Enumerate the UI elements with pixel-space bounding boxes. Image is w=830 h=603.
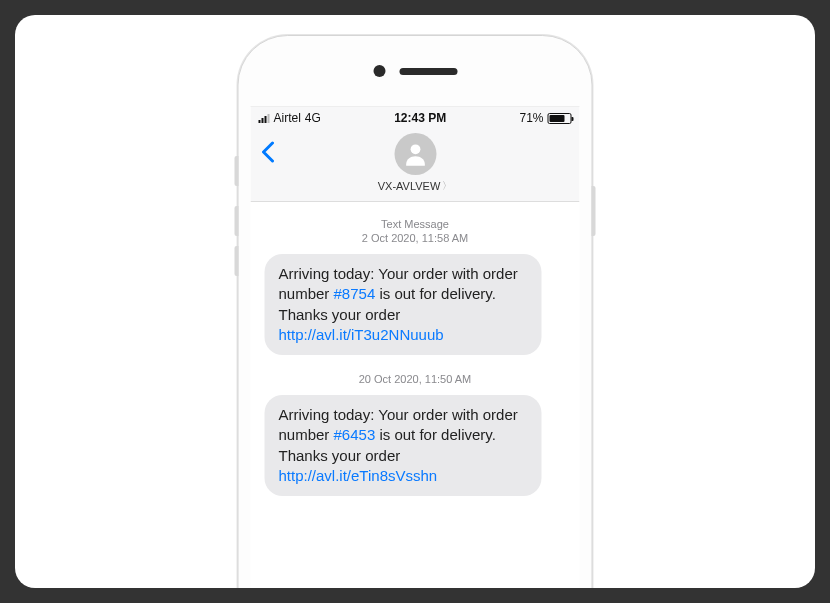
svg-point-0 — [410, 144, 420, 154]
tracking-url[interactable]: http://avl.it/eTin8sVsshn — [279, 467, 438, 484]
phone-notch — [239, 36, 592, 106]
message-bubble[interactable]: Arriving today: Your order with order nu… — [265, 254, 542, 355]
chevron-left-icon — [261, 141, 275, 163]
message-type-label: Text Message — [265, 218, 566, 230]
message-timestamp: 2 Oct 2020, 11:58 AM — [265, 232, 566, 244]
clock: 12:43 PM — [394, 111, 446, 125]
messages-container[interactable]: Text Message 2 Oct 2020, 11:58 AM Arrivi… — [251, 202, 580, 524]
network-label: 4G — [305, 111, 321, 125]
status-bar: Airtel 4G 12:43 PM 71% — [251, 107, 580, 129]
chevron-right-icon: 〉 — [442, 179, 452, 193]
tracking-url[interactable]: http://avl.it/iT3u2NNuuub — [279, 326, 444, 343]
earpiece-speaker — [399, 68, 457, 75]
card-container: Airtel 4G 12:43 PM 71% VX-AVLVEW — [15, 15, 815, 588]
person-icon — [401, 140, 429, 168]
back-button[interactable] — [261, 141, 275, 169]
message-bubble[interactable]: Arriving today: Your order with order nu… — [265, 395, 542, 496]
sender-name: VX-AVLVEW — [378, 180, 441, 192]
phone-frame: Airtel 4G 12:43 PM 71% VX-AVLVEW — [238, 35, 593, 588]
message-timestamp: 20 Oct 2020, 11:50 AM — [265, 373, 566, 385]
carrier-label: Airtel — [274, 111, 301, 125]
contact-avatar[interactable] — [394, 133, 436, 175]
phone-screen: Airtel 4G 12:43 PM 71% VX-AVLVEW — [251, 106, 580, 588]
front-camera — [373, 65, 385, 77]
battery-icon — [547, 113, 571, 124]
battery-pct: 71% — [519, 111, 543, 125]
order-link[interactable]: #8754 — [334, 285, 376, 302]
nav-header: VX-AVLVEW 〉 — [251, 129, 580, 202]
signal-icon — [259, 114, 270, 123]
order-link[interactable]: #6453 — [334, 426, 376, 443]
sender-name-row[interactable]: VX-AVLVEW 〉 — [378, 179, 453, 193]
